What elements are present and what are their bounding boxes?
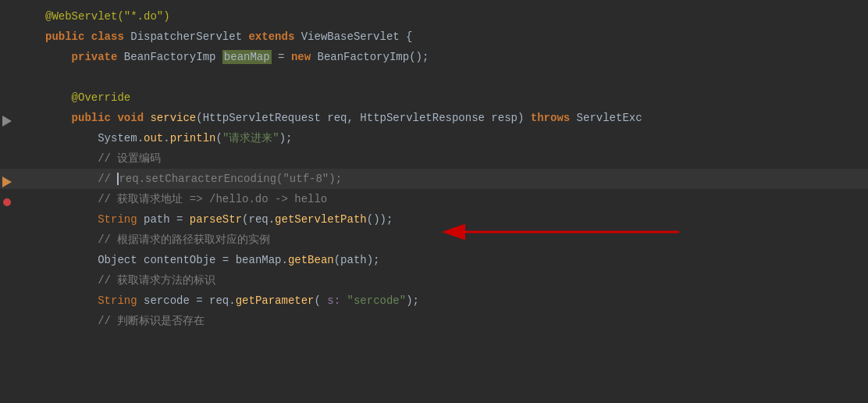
gutter-mark-10: [2, 197, 12, 208]
op-paren2: ): [518, 112, 531, 124]
op-paren: (: [196, 112, 202, 124]
var-contentobje: contentObje: [144, 254, 222, 266]
cls-servletexc: ServletExc: [577, 112, 642, 124]
var-resp: resp: [491, 112, 518, 124]
gutter-mark-3: [2, 55, 12, 66]
line-content-14: // 获取请求方法的标识: [39, 270, 868, 291]
line-content-4: [39, 67, 868, 87]
comment-getpath: // 获取请求地址 => /hello.do -> hello: [45, 193, 327, 205]
comment-checkflag: // 判断标识是否存在: [45, 315, 205, 327]
gutter-mark-11: [2, 217, 12, 228]
gutter-mark-9: [2, 177, 12, 187]
kw-extends: extends: [248, 30, 301, 43]
var-beanmap-highlighted: beanMap: [222, 50, 272, 64]
line-content-2: public class DispatcherServlet extends V…: [39, 27, 868, 47]
code-line-11: String path = parseStr(req.getServletPat…: [0, 209, 868, 230]
kw-private: private: [45, 51, 124, 63]
line-content-5: @Override: [39, 87, 868, 108]
line-content-7: System.out.println("请求进来");: [39, 128, 868, 148]
var-req: req: [327, 112, 347, 124]
op-comma: ,: [347, 112, 361, 124]
op-assign: =: [272, 51, 291, 63]
arrow-outline-icon: [2, 116, 12, 127]
code-line-10: // 获取请求地址 => /hello.do -> hello: [0, 189, 868, 209]
param-hint-s: s:: [327, 294, 347, 307]
op-semi5: );: [406, 294, 419, 307]
gutter-mark-7: [2, 136, 12, 147]
var-system: System: [45, 132, 137, 144]
arrow-icon: [2, 177, 12, 187]
code-line-12: // 根据请求的路径获取对应的实例: [0, 230, 868, 250]
gutter-mark-1: [2, 14, 12, 25]
op-paren6: (: [315, 294, 328, 307]
line-content-8: // 设置编码: [39, 148, 868, 169]
comment-shezhibianma: // 设置编码: [45, 152, 161, 165]
fn-getservletpath: getServletPath: [275, 213, 367, 226]
kw-new: new: [291, 51, 318, 63]
comment-setcharencoding: // req.setCharacterEncoding("utf-8");: [45, 173, 342, 185]
op-assign4: =: [196, 294, 209, 307]
op-semi1: ();: [409, 51, 429, 63]
gutter-mark-2: [2, 34, 12, 45]
dot-icon: [3, 198, 11, 206]
op-dot4: .: [281, 254, 287, 266]
code-line-2: public class DispatcherServlet extends V…: [0, 27, 868, 47]
fn-getparameter: getParameter: [236, 294, 315, 307]
gutter-mark-8: [2, 156, 12, 167]
kw-class: class: [91, 30, 130, 43]
code-line-6: public void service(HttpServletRequest r…: [0, 108, 868, 128]
var-beanmap2: beanMap: [236, 254, 282, 266]
line-content-15: String sercode = req.getParameter( s: "s…: [39, 291, 868, 311]
op-assign2: =: [176, 213, 190, 226]
cls-httpservletrequest: HttpServletRequest: [203, 112, 328, 124]
code-editor: @WebServlet("*.do") public class Dispatc…: [0, 0, 868, 403]
line-content-16: // 判断标识是否存在: [39, 311, 868, 331]
gutter-mark-16: [2, 319, 12, 330]
op-assign3: =: [222, 254, 236, 266]
kw-public2: public: [45, 112, 117, 124]
op-semi2: );: [279, 132, 293, 144]
fn-service: service: [150, 112, 196, 124]
op-dot1: .: [137, 132, 144, 144]
gutter-mark-14: [2, 278, 12, 289]
code-line-13: Object contentObje = beanMap.getBean(pat…: [0, 250, 868, 270]
code-line-14: // 获取请求方法的标识: [0, 270, 868, 291]
gutter-mark-4: [2, 75, 12, 86]
fn-out: out: [144, 132, 163, 144]
code-line-4: [0, 67, 868, 87]
gutter-mark-6: [2, 116, 12, 127]
line-content-12: // 根据请求的路径获取对应的实例: [39, 230, 868, 250]
cls-object: Object: [45, 254, 144, 266]
cls-beanfactory: BeanFactoryImp: [124, 51, 222, 63]
kw-throws: throws: [531, 112, 577, 124]
line-content-13: Object contentObje = beanMap.getBean(pat…: [39, 250, 868, 270]
gutter-mark-15: [2, 298, 12, 309]
classname-dispatcher: DispatcherServlet: [130, 30, 248, 43]
op-dot5: .: [229, 294, 235, 307]
line-content-6: public void service(HttpServletRequest r…: [39, 108, 868, 128]
str-sercode: "sercode": [347, 294, 407, 307]
op-paren5: (: [334, 254, 340, 266]
kw-string: String: [45, 213, 144, 226]
code-line-16: // 判断标识是否存在: [0, 311, 868, 331]
op-dot3: .: [269, 213, 275, 226]
op-brace: {: [406, 30, 412, 43]
code-lines: @WebServlet("*.do") public class Dispatc…: [0, 0, 868, 337]
kw-public: public: [45, 30, 91, 43]
line-content-1: @WebServlet("*.do"): [39, 6, 868, 27]
code-line-3: private BeanFactoryImp beanMap = new Bea…: [0, 47, 868, 67]
var-req3: req: [209, 294, 229, 307]
fn-parsestr: parseStr: [190, 213, 242, 226]
str-qingjin: "请求进来": [222, 132, 279, 144]
var-path2: path: [340, 254, 367, 266]
line-content-3: private BeanFactoryImp beanMap = new Bea…: [39, 47, 868, 67]
var-path: path: [144, 213, 176, 226]
kw-void: void: [117, 112, 150, 124]
code-line-15: String sercode = req.getParameter( s: "s…: [0, 291, 868, 311]
gutter-mark-13: [2, 258, 12, 269]
annotation-override: @Override: [45, 91, 130, 104]
var-req2: req: [248, 213, 268, 226]
comment-getmethod: // 获取请求方法的标识: [45, 274, 215, 287]
line-content-11: String path = parseStr(req.getServletPat…: [39, 209, 868, 230]
code-line-7: System.out.println("请求进来");: [0, 128, 868, 148]
